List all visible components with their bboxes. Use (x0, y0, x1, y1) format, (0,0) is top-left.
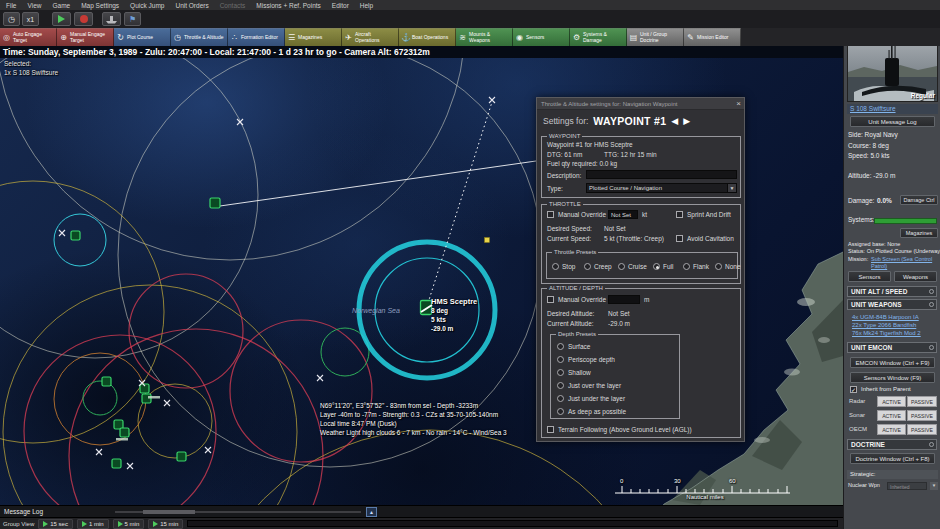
run-scenario-button[interactable] (52, 12, 71, 26)
step-5min-button[interactable]: 5 min (113, 519, 145, 529)
pin-icon[interactable] (929, 289, 934, 294)
game-clock-button[interactable]: ◷ (3, 12, 20, 26)
toolbar-mounts-weapons[interactable]: ≋Mounts & Weapons (456, 28, 513, 46)
record-button[interactable] (74, 12, 93, 26)
depth-over-layer-radio[interactable] (557, 382, 564, 389)
preset-stop-radio[interactable] (552, 263, 559, 270)
description-input[interactable] (586, 170, 737, 179)
preset-none-radio[interactable] (715, 263, 722, 270)
oecm-active-button[interactable]: ACTIVE (877, 424, 906, 435)
doctrine-window-button[interactable]: Doctrine Window (Ctrl + F8) (850, 453, 935, 464)
radar-active-button[interactable]: ACTIVE (877, 396, 906, 407)
depth-shallow-radio[interactable] (557, 369, 564, 376)
toolbar-sensors[interactable]: ◉Sensors (513, 28, 570, 46)
sonar-passive-button[interactable]: PASSIVE (907, 410, 937, 421)
depth-periscope-radio[interactable] (557, 356, 564, 363)
preset-flank-radio[interactable] (683, 263, 690, 270)
weapon-link[interactable]: 76x Mk24 Tigerfish Mod 2 (852, 330, 921, 336)
step-1min-button[interactable]: 1 min (77, 519, 109, 529)
chevron-down-icon[interactable]: ▼ (930, 482, 938, 490)
menu-quick-jump[interactable]: Quick Jump (130, 2, 164, 9)
unit-class-link[interactable]: S 108 Swiftsure (850, 105, 896, 112)
weapon-link[interactable]: 4x UGM-84B Harpoon IA (852, 314, 919, 320)
toolbar-mission-editor[interactable]: ✎Mission Editor (684, 28, 741, 46)
menu-map-settings[interactable]: Map Settings (81, 2, 119, 9)
depth-deep-radio[interactable] (557, 408, 564, 415)
altitude-override-input[interactable] (608, 295, 640, 304)
doctrine-header[interactable]: DOCTRINE (847, 439, 937, 450)
dialog-title-bar[interactable]: Throttle & Altitude settings for: Naviga… (537, 98, 744, 110)
toolbar-plot-course[interactable]: ↻Plot Course (114, 28, 171, 46)
unit-emcon-header[interactable]: UNIT EMCON (847, 342, 937, 353)
menu-help[interactable]: Help (360, 2, 373, 9)
sprint-drift-checkbox[interactable] (676, 211, 683, 218)
chevron-down-icon[interactable]: ▼ (727, 184, 736, 192)
step-15min-button[interactable]: 15 min (148, 519, 183, 529)
waypoint-marker[interactable] (485, 238, 490, 243)
prev-waypoint-icon[interactable]: ◀ (671, 116, 678, 126)
throttle-manual-override-checkbox[interactable] (547, 211, 554, 218)
menu-unit-orders[interactable]: Unit Orders (175, 2, 208, 9)
pin-icon[interactable] (929, 345, 934, 350)
orders-toolbar: ◎Auto Engage Target ⊕Manual Engage Targe… (0, 28, 940, 46)
nuclear-weapon-value[interactable]: Inherited (887, 482, 927, 490)
group-view-label[interactable]: Group View (3, 521, 34, 527)
depth-under-layer-radio[interactable] (557, 395, 564, 402)
sonar-active-button[interactable]: ACTIVE (877, 410, 906, 421)
pin-icon[interactable] (929, 442, 934, 447)
unit-message-log-button[interactable]: Unit Message Log (850, 116, 935, 127)
preset-full-label: Full (663, 263, 673, 270)
scrollbar-thumb[interactable] (143, 510, 195, 514)
damage-ctrl-button[interactable]: Damage Ctrl (900, 195, 938, 205)
toolbar-auto-engage-target[interactable]: ◎Auto Engage Target (0, 28, 57, 46)
toolbar-aircraft-operations[interactable]: ✈Aircraft Operations (342, 28, 399, 46)
preset-cruise-radio[interactable] (618, 263, 625, 270)
toolbar-formation-editor[interactable]: ∴Formation Editor (228, 28, 285, 46)
menu-view[interactable]: View (27, 2, 41, 9)
toolbar-manual-engage-target[interactable]: ⊕Manual Engage Target (57, 28, 114, 46)
toolbar-magazines[interactable]: ☰Magazines (285, 28, 342, 46)
emcon-window-button[interactable]: EMCON Window (Ctrl + F9) (850, 357, 935, 368)
unit-weapons-header[interactable]: UNIT WEAPONS (847, 299, 937, 310)
unit-alt-speed-header[interactable]: UNIT ALT / SPEED (847, 286, 937, 297)
preset-creep-radio[interactable] (584, 263, 591, 270)
bridge-view-button[interactable] (102, 12, 121, 26)
friendly-unit-icons[interactable] (71, 198, 220, 468)
menu-missions-ref-points[interactable]: Missions + Ref. Points (256, 2, 320, 9)
toolbar-systems-damage[interactable]: ⚙Systems & Damage (570, 28, 627, 46)
sensors-window-button[interactable]: Sensors Window (F9) (850, 372, 935, 383)
sensors-button[interactable]: Sensors (848, 271, 891, 282)
toolbar-boat-operations[interactable]: ⚓Boat Operations (399, 28, 456, 46)
sensors-window-label: Sensors Window (F9) (864, 375, 922, 381)
menu-game[interactable]: Game (52, 2, 70, 9)
pin-icon[interactable] (929, 302, 934, 307)
close-icon[interactable]: × (736, 98, 741, 110)
menu-file[interactable]: File (6, 2, 16, 9)
mission-link[interactable]: Sub Screen (Sea Control Patrol) (871, 256, 938, 270)
flag-button[interactable]: ⚑ (124, 12, 141, 26)
scroll-up-button[interactable]: ▲ (366, 507, 377, 517)
toolbar-throttle-altitude[interactable]: ◷Throttle & Altitude (171, 28, 228, 46)
tactical-map[interactable]: Selected: 1x S 108 Swiftsure Norwegian S… (0, 46, 940, 517)
inherit-parent-checkbox[interactable]: ✓ (850, 386, 857, 393)
radar-passive-button[interactable]: PASSIVE (907, 396, 937, 407)
waypoint-type-select[interactable]: Plotted Course / Navigation ▼ (586, 183, 737, 193)
terrain-following-checkbox[interactable] (547, 426, 554, 433)
altitude-manual-override-checkbox[interactable] (547, 296, 554, 303)
avoid-cavitation-checkbox[interactable] (676, 235, 683, 242)
toolbar-unit-group-doctrine[interactable]: ▤Unit / Group Doctrine (627, 28, 684, 46)
next-waypoint-icon[interactable]: ▶ (683, 116, 690, 126)
menu-editor[interactable]: Editor (332, 2, 349, 9)
waypoint-type-value: Plotted Course / Navigation (589, 185, 662, 191)
throttle-override-input[interactable]: Not Set (608, 210, 638, 219)
oecm-passive-button[interactable]: PASSIVE (907, 424, 937, 435)
magazines-button[interactable]: Magazines (900, 228, 938, 238)
avoid-cavitation-label: Avoid Cavitation (687, 235, 734, 242)
preset-full-radio[interactable] (653, 263, 660, 270)
step-15sec-button[interactable]: 15 sec (38, 519, 73, 529)
message-log-label[interactable]: Message Log (0, 508, 43, 515)
weapons-button[interactable]: Weapons (894, 271, 937, 282)
depth-surface-radio[interactable] (557, 343, 564, 350)
weapon-link[interactable]: 22x Type 2066 Bandfish (852, 322, 916, 328)
time-compression-button[interactable]: x1 (22, 12, 39, 26)
